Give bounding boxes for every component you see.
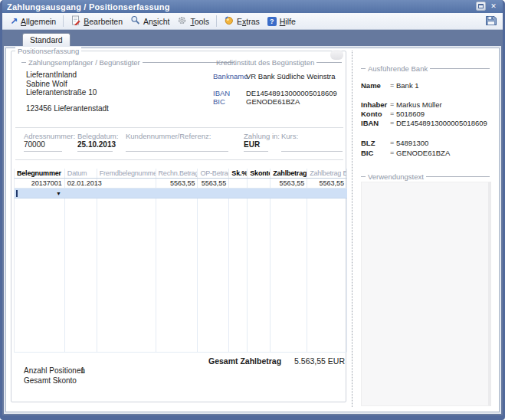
extras-icon: [224, 15, 234, 27]
col-op-betrag[interactable]: OP-Betrag: [198, 169, 229, 178]
save-icon: [485, 15, 497, 28]
anzahl-positionen-value: 1: [80, 366, 85, 375]
equals-sign: =: [390, 119, 394, 126]
group-beneficiary-bank: Kreditinstitut des Begünstigten: [209, 58, 342, 67]
col-rechn-betrag[interactable]: Rechn.Betrag: [156, 169, 198, 178]
cell-sk-prozent: [229, 179, 248, 188]
belegdatum-value: 25.10.2013: [77, 140, 116, 149]
bank-name-value: Bank 1: [396, 81, 419, 90]
group-beneficiary-bank-label: Kreditinstitut des Begünstigten: [214, 58, 316, 67]
group-payee-label: Zahlungsempfänger / Begünstigter: [26, 58, 143, 67]
iban-value: DE14548913000005018609: [246, 89, 337, 97]
separator: [15, 127, 343, 128]
zahlung-in-value: EUR: [244, 140, 260, 149]
group-positionserfassung: Positionserfassung Zahlungsempfänger / B…: [11, 51, 346, 402]
col-skonto[interactable]: Skonto: [248, 169, 271, 178]
positions-table: Belegnummer Datum Fremdbelegnummer Rechn…: [14, 169, 347, 353]
menu-hilfe[interactable]: ? Hilfe: [264, 15, 300, 28]
equals-sign: =: [390, 100, 394, 108]
payee-city: 123456 Lieferantenstadt: [26, 104, 109, 113]
edit-note-icon: [71, 15, 80, 27]
col-belegnummer[interactable]: Belegnummer: [15, 169, 65, 178]
table-empty-grid: [14, 199, 347, 353]
cell-fremdbelegnummer: [97, 179, 156, 188]
adressnummer-value: 70000: [24, 140, 45, 149]
equals-sign: =: [390, 81, 394, 89]
menu-separator: [216, 15, 217, 27]
col-zahlbetrag-euro[interactable]: Zahlbetrag Euro: [307, 169, 347, 178]
bank-bic-value: GENODE61BZA: [396, 149, 450, 157]
cell-zahlbetrag-euro: 5563,55: [307, 179, 347, 188]
verwendungstext-textarea[interactable]: [361, 182, 491, 406]
dropdown-arrow-icon[interactable]: ▼: [56, 191, 61, 196]
menu-separator: [63, 15, 64, 27]
bankname-value: VR Bank Südliche Weinstra: [246, 72, 336, 80]
group-executing-bank-label: Ausführende Bank: [366, 64, 430, 73]
cell-skonto: [248, 179, 271, 188]
group-positionserfassung-label: Positionserfassung: [15, 47, 81, 55]
group-verwendungstext-label: Verwendungstext: [366, 172, 426, 181]
bank-bic-label: BIC: [361, 149, 373, 157]
bank-inhaber-label: Inhaber: [361, 100, 387, 109]
cell-zahlbetrag: 5563,55: [271, 179, 307, 188]
gesamt-skonto-label: Gesamt Skonto: [24, 376, 77, 385]
menu-label: Ansicht: [143, 17, 169, 26]
col-datum[interactable]: Datum: [65, 169, 97, 178]
menu-bar: ↗ Allgemein Bearbeiten Ansicht Tools Ext…: [2, 13, 503, 30]
adressnummer-field[interactable]: 70000: [24, 140, 62, 152]
bank-konto-value: 5018609: [396, 110, 425, 118]
group-payee: Zahlungsempfänger / Begünstigter: [21, 58, 234, 67]
table-row-selected[interactable]: ▼: [14, 189, 347, 199]
table-row[interactable]: 20137001 02.01.2013 5563,55 5563,55 5563…: [14, 179, 347, 189]
cell-cursor: [16, 190, 18, 197]
bank-iban-label: IBAN: [361, 119, 379, 127]
arrow-up-right-icon: ↗: [10, 18, 18, 25]
belegdatum-label: Belegdatum:: [77, 132, 118, 140]
table-header-row: Belegnummer Datum Fremdbelegnummer Rechn…: [14, 169, 347, 179]
kurs-field[interactable]: [281, 140, 343, 152]
equals-sign: =: [390, 139, 394, 146]
equals-sign: =: [390, 110, 394, 117]
anzahl-positionen-label: Anzahl Positionen: [24, 366, 85, 375]
pane-splitter[interactable]: [352, 51, 353, 407]
menu-ansicht[interactable]: Ansicht: [126, 14, 173, 28]
cell-rechn-betrag: 5563,55: [156, 179, 198, 188]
bic-label: BIC: [213, 97, 225, 106]
menu-extras[interactable]: Extras: [220, 14, 264, 28]
zahlung-in-field[interactable]: EUR: [244, 140, 268, 152]
adressnummer-label: Adressnummer:: [24, 132, 75, 140]
magnifier-icon: [130, 15, 140, 27]
gear-icon: [177, 15, 187, 27]
window-body: Positionserfassung Zahlungsempfänger / B…: [2, 46, 503, 415]
save-button[interactable]: [484, 14, 499, 28]
bank-konto-label: Konto: [361, 110, 382, 118]
separator: [15, 159, 343, 160]
restore-icon: [478, 4, 484, 8]
col-fremdbelegnummer[interactable]: Fremdbelegnummer: [97, 169, 156, 178]
kundennummer-field[interactable]: [126, 140, 228, 152]
gesamt-zahlbetrag-value: 5.563,55 EUR: [294, 356, 345, 366]
belegdatum-field[interactable]: 25.10.2013: [77, 140, 113, 152]
col-zahlbetrag[interactable]: Zahlbetrag: [271, 169, 307, 178]
menu-allgemein[interactable]: ↗ Allgemein: [6, 15, 60, 28]
close-button[interactable]: ✕: [489, 2, 498, 11]
menu-tools[interactable]: Tools: [173, 14, 213, 28]
bank-blz-value: 54891300: [396, 139, 428, 147]
bic-value: GENODE61BZA: [246, 97, 300, 106]
payee-address: LieferantInland Sabine Wolf Lieferantens…: [26, 71, 109, 113]
gesamt-zahlbetrag-label: Gesamt Zahlbetrag: [208, 356, 281, 366]
bank-blz-label: BLZ: [361, 139, 375, 147]
iban-label: IBAN: [213, 89, 230, 97]
right-pane: Ausführende Bank Name = Bank 1 Inhaber =…: [356, 48, 495, 412]
payee-street: Lieferantenstraße 10: [26, 88, 109, 97]
restore-button[interactable]: [476, 2, 486, 11]
bankname-label: Bankname: [213, 72, 248, 80]
menu-label: Allgemein: [21, 17, 56, 26]
menu-bearbeiten[interactable]: Bearbeiten: [67, 14, 126, 28]
col-sk-prozent[interactable]: Sk.%: [229, 169, 248, 178]
title-bar: Zahlungsausgang / Positionserfassung ✕: [2, 0, 503, 13]
zahlung-in-label: Zahlung in:: [244, 132, 280, 140]
content-area: Positionserfassung Zahlungsempfänger / B…: [5, 48, 500, 412]
tab-standard[interactable]: Standard: [22, 33, 71, 46]
bank-inhaber-value: Markus Müller: [396, 100, 442, 109]
